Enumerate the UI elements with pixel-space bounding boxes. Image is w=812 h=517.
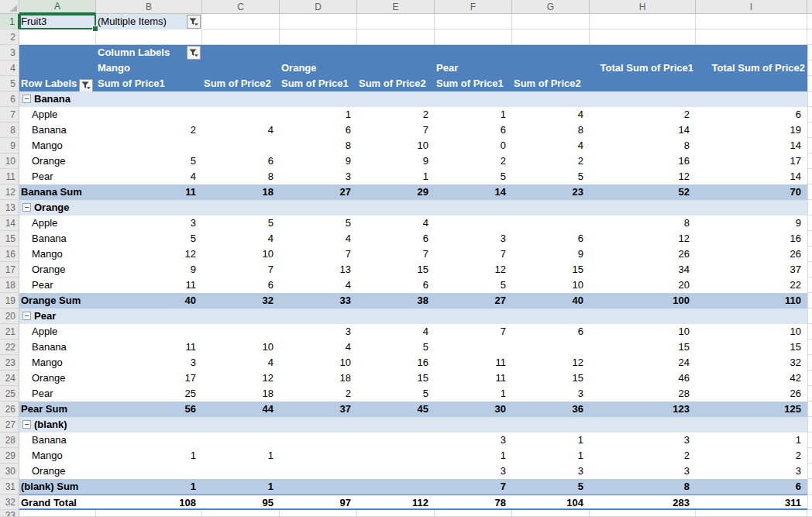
cell-F32[interactable]: 78 — [435, 495, 512, 510]
cell-A24[interactable]: Orange — [19, 371, 96, 386]
cell-G25[interactable]: 3 — [512, 386, 590, 402]
cell-B33[interactable] — [96, 510, 202, 517]
cell-F30[interactable]: 3 — [435, 464, 512, 479]
cell-G1[interactable] — [512, 14, 590, 29]
cell-B21[interactable] — [96, 324, 202, 339]
row-header-3[interactable]: 3 — [0, 45, 19, 60]
cell-I7[interactable]: 6 — [696, 107, 807, 122]
cell-C28[interactable] — [202, 433, 280, 448]
cell-C32[interactable]: 95 — [202, 495, 280, 510]
cell-I19[interactable]: 110 — [696, 293, 807, 308]
cell-A29[interactable]: Mango — [19, 448, 96, 464]
cell-B8[interactable]: 2 — [96, 122, 202, 138]
row-header-30[interactable]: 30 — [0, 464, 19, 479]
cell-G16[interactable]: 9 — [512, 246, 590, 262]
column-header-F[interactable]: F — [435, 0, 512, 14]
cell-H3[interactable] — [590, 45, 696, 60]
cell-D16[interactable]: 7 — [280, 246, 357, 262]
cell-A16[interactable]: Mango — [19, 246, 96, 262]
cell-G29[interactable]: 1 — [512, 448, 590, 464]
cell-I25[interactable]: 26 — [696, 386, 807, 402]
cell-B3[interactable]: Column Labels — [96, 45, 202, 60]
cell-F5[interactable]: Sum of Price1 — [435, 76, 512, 91]
cell-B20[interactable] — [96, 308, 202, 324]
cell-I20[interactable] — [696, 308, 807, 324]
cell-E14[interactable]: 4 — [357, 215, 435, 231]
row-header-32[interactable]: 32 — [0, 495, 19, 510]
cell-F26[interactable]: 30 — [435, 402, 512, 417]
cell-F15[interactable]: 3 — [435, 231, 512, 246]
cell-C11[interactable]: 8 — [202, 169, 280, 184]
cell-C13[interactable] — [202, 200, 280, 215]
row-header-17[interactable]: 17 — [0, 262, 19, 277]
cell-I32[interactable]: 311 — [696, 495, 807, 510]
cell-C15[interactable]: 4 — [202, 231, 280, 246]
cell-A19[interactable]: Orange Sum — [19, 293, 96, 308]
cell-C22[interactable]: 10 — [202, 339, 280, 355]
cell-B28[interactable] — [96, 433, 202, 448]
cell-G9[interactable]: 4 — [512, 138, 590, 153]
row-header-12[interactable]: 12 — [0, 184, 19, 200]
cell-H26[interactable]: 123 — [590, 402, 696, 417]
cell-F27[interactable] — [435, 417, 512, 433]
cell-H17[interactable]: 34 — [590, 262, 696, 277]
row-header-2[interactable]: 2 — [0, 29, 19, 45]
cell-C19[interactable]: 32 — [202, 293, 280, 308]
cell-B2[interactable] — [96, 29, 202, 45]
cell-C31[interactable]: 1 — [202, 479, 280, 495]
cell-I14[interactable]: 9 — [696, 215, 807, 231]
cell-B30[interactable] — [96, 464, 202, 479]
cell-I5[interactable] — [696, 76, 807, 91]
cell-H5[interactable] — [590, 76, 696, 91]
cell-E20[interactable] — [357, 308, 435, 324]
cell-B16[interactable]: 12 — [96, 246, 202, 262]
cell-E11[interactable]: 1 — [357, 169, 435, 184]
cell-H32[interactable]: 283 — [590, 495, 696, 510]
cell-D30[interactable] — [280, 464, 357, 479]
cell-B23[interactable]: 3 — [96, 355, 202, 371]
cell-F31[interactable]: 7 — [435, 479, 512, 495]
cell-F20[interactable] — [435, 308, 512, 324]
cell-E31[interactable] — [357, 479, 435, 495]
cell-C30[interactable] — [202, 464, 280, 479]
cell-G3[interactable] — [512, 45, 590, 60]
collapse-button-pear[interactable]: − — [22, 312, 31, 320]
filter-button-row-labels[interactable] — [79, 79, 93, 92]
cell-H6[interactable] — [590, 91, 696, 107]
row-header-23[interactable]: 23 — [0, 355, 19, 371]
cell-C27[interactable] — [202, 417, 280, 433]
cell-G13[interactable] — [512, 200, 590, 215]
cell-A20[interactable]: −Pear — [19, 308, 96, 324]
cell-H7[interactable]: 2 — [590, 107, 696, 122]
row-header-4[interactable]: 4 — [0, 60, 19, 76]
cell-C3[interactable] — [202, 45, 280, 60]
cell-A9[interactable]: Mango — [19, 138, 96, 153]
cell-C5[interactable]: Sum of Price2 — [202, 76, 280, 91]
cell-B25[interactable]: 25 — [96, 386, 202, 402]
cell-A23[interactable]: Mango — [19, 355, 96, 371]
row-header-14[interactable]: 14 — [0, 215, 19, 231]
cell-F23[interactable]: 11 — [435, 355, 512, 371]
cell-D17[interactable]: 13 — [280, 262, 357, 277]
cell-B5[interactable]: Sum of Price1 — [96, 76, 202, 91]
cell-I6[interactable] — [696, 91, 807, 107]
row-header-7[interactable]: 7 — [0, 107, 19, 122]
cell-A17[interactable]: Orange — [19, 262, 96, 277]
cell-G32[interactable]: 104 — [512, 495, 590, 510]
cell-C6[interactable] — [202, 91, 280, 107]
cell-I23[interactable]: 32 — [696, 355, 807, 371]
cell-C14[interactable]: 5 — [202, 215, 280, 231]
cell-E1[interactable] — [357, 14, 435, 29]
column-header-C[interactable]: C — [202, 0, 280, 14]
cell-I17[interactable]: 37 — [696, 262, 807, 277]
row-header-5[interactable]: 5 — [0, 76, 19, 91]
cell-F24[interactable]: 11 — [435, 371, 512, 386]
cell-H21[interactable]: 10 — [590, 324, 696, 339]
cell-C7[interactable] — [202, 107, 280, 122]
column-header-H[interactable]: H — [590, 0, 696, 14]
cell-F2[interactable] — [435, 29, 512, 45]
cell-F25[interactable]: 1 — [435, 386, 512, 402]
cell-F17[interactable]: 12 — [435, 262, 512, 277]
cell-B1[interactable]: (Multiple Items) — [96, 14, 202, 29]
cell-F21[interactable]: 7 — [435, 324, 512, 339]
